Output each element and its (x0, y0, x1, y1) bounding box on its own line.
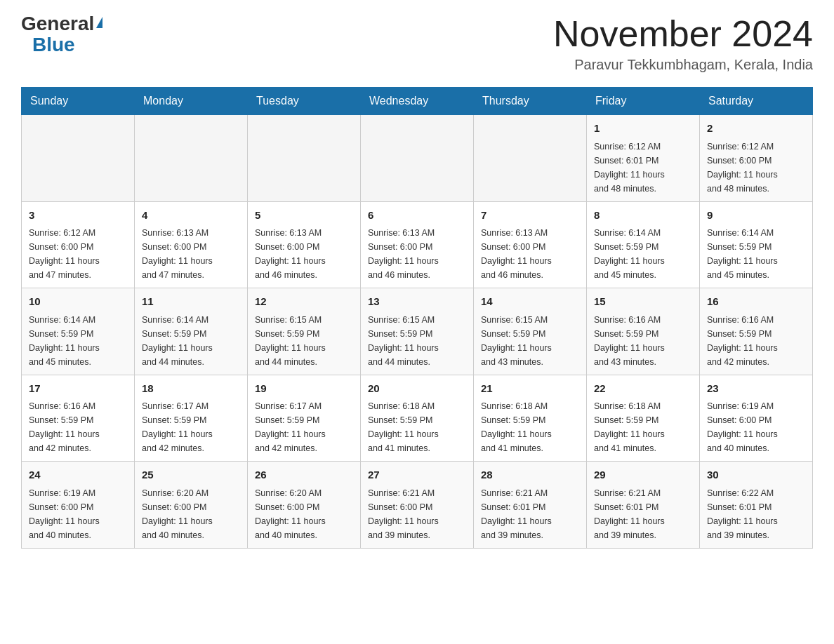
day-info: Daylight: 11 hours (142, 427, 240, 441)
day-number: 12 (255, 294, 353, 310)
day-info: Sunrise: 6:17 AM (255, 399, 353, 413)
calendar-week-2: 3Sunrise: 6:12 AMSunset: 6:00 PMDaylight… (22, 201, 813, 288)
calendar-cell (474, 115, 587, 202)
day-info: and 47 minutes. (29, 268, 127, 282)
calendar-cell: 8Sunrise: 6:14 AMSunset: 5:59 PMDaylight… (587, 201, 700, 288)
day-info: Sunrise: 6:14 AM (594, 226, 692, 240)
day-info: Daylight: 11 hours (142, 514, 240, 528)
day-info: Sunset: 6:00 PM (368, 240, 466, 254)
calendar-cell (361, 115, 474, 202)
day-number: 27 (368, 467, 466, 483)
calendar-cell: 2Sunrise: 6:12 AMSunset: 6:00 PMDaylight… (700, 115, 813, 202)
calendar-cell: 17Sunrise: 6:16 AMSunset: 5:59 PMDayligh… (22, 375, 135, 462)
calendar-cell: 27Sunrise: 6:21 AMSunset: 6:00 PMDayligh… (361, 462, 474, 549)
logo-general-text: General (21, 14, 94, 34)
day-info: Sunset: 6:00 PM (142, 500, 240, 514)
day-info: and 42 minutes. (142, 441, 240, 455)
calendar-cell: 15Sunrise: 6:16 AMSunset: 5:59 PMDayligh… (587, 288, 700, 375)
day-info: and 42 minutes. (255, 441, 353, 455)
day-info: Sunset: 6:01 PM (481, 500, 579, 514)
day-info: and 46 minutes. (368, 268, 466, 282)
calendar-header-row: Sunday Monday Tuesday Wednesday Thursday… (22, 88, 813, 115)
day-number: 4 (142, 208, 240, 224)
day-info: Sunrise: 6:15 AM (255, 313, 353, 327)
day-info: Sunrise: 6:15 AM (481, 313, 579, 327)
calendar-cell: 29Sunrise: 6:21 AMSunset: 6:01 PMDayligh… (587, 462, 700, 549)
day-number: 15 (594, 294, 692, 310)
day-info: Sunset: 5:59 PM (481, 413, 579, 427)
day-info: Sunset: 5:59 PM (142, 327, 240, 341)
calendar-cell: 14Sunrise: 6:15 AMSunset: 5:59 PMDayligh… (474, 288, 587, 375)
day-info: and 43 minutes. (481, 355, 579, 369)
day-info: Daylight: 11 hours (594, 514, 692, 528)
day-info: Sunset: 5:59 PM (594, 327, 692, 341)
day-info: and 42 minutes. (707, 355, 805, 369)
day-number: 13 (368, 294, 466, 310)
day-info: Sunset: 6:00 PM (707, 413, 805, 427)
day-info: Sunrise: 6:13 AM (142, 226, 240, 240)
day-info: and 46 minutes. (481, 268, 579, 282)
calendar-cell (135, 115, 248, 202)
location-title: Paravur Tekkumbhagam, Kerala, India (553, 57, 813, 73)
day-info: Sunrise: 6:15 AM (368, 313, 466, 327)
calendar-week-1: 1Sunrise: 6:12 AMSunset: 6:01 PMDaylight… (22, 115, 813, 202)
day-info: and 42 minutes. (29, 441, 127, 455)
day-number: 8 (594, 208, 692, 224)
day-number: 29 (594, 467, 692, 483)
calendar-cell: 5Sunrise: 6:13 AMSunset: 6:00 PMDaylight… (248, 201, 361, 288)
day-number: 26 (255, 467, 353, 483)
day-info: and 40 minutes. (707, 441, 805, 455)
day-info: Sunrise: 6:18 AM (594, 399, 692, 413)
col-sunday: Sunday (22, 88, 135, 115)
day-info: Daylight: 11 hours (481, 254, 579, 268)
calendar-cell: 7Sunrise: 6:13 AMSunset: 6:00 PMDaylight… (474, 201, 587, 288)
day-info: Sunrise: 6:13 AM (368, 226, 466, 240)
day-info: Daylight: 11 hours (29, 427, 127, 441)
logo-triangle-icon (96, 17, 102, 28)
day-info: Sunrise: 6:21 AM (368, 486, 466, 500)
title-area: November 2024 Paravur Tekkumbhagam, Kera… (553, 14, 813, 73)
day-info: Daylight: 11 hours (481, 427, 579, 441)
day-number: 30 (707, 467, 805, 483)
calendar-cell (22, 115, 135, 202)
day-number: 9 (707, 208, 805, 224)
day-info: and 39 minutes. (368, 528, 466, 542)
day-info: Sunset: 5:59 PM (255, 413, 353, 427)
day-info: and 45 minutes. (29, 355, 127, 369)
day-number: 23 (707, 381, 805, 397)
calendar-table: Sunday Monday Tuesday Wednesday Thursday… (21, 87, 813, 549)
day-info: Sunrise: 6:12 AM (594, 140, 692, 154)
col-saturday: Saturday (700, 88, 813, 115)
day-number: 7 (481, 208, 579, 224)
day-number: 10 (29, 294, 127, 310)
day-info: Sunset: 6:00 PM (481, 240, 579, 254)
day-info: Sunset: 5:59 PM (255, 327, 353, 341)
calendar-cell: 24Sunrise: 6:19 AMSunset: 6:00 PMDayligh… (22, 462, 135, 549)
day-info: Sunrise: 6:12 AM (29, 226, 127, 240)
calendar-week-4: 17Sunrise: 6:16 AMSunset: 5:59 PMDayligh… (22, 375, 813, 462)
day-info: Sunset: 5:59 PM (707, 240, 805, 254)
day-number: 19 (255, 381, 353, 397)
day-number: 3 (29, 208, 127, 224)
day-info: and 41 minutes. (594, 441, 692, 455)
col-monday: Monday (135, 88, 248, 115)
day-info: Sunset: 6:00 PM (29, 500, 127, 514)
day-info: and 43 minutes. (594, 355, 692, 369)
day-info: and 39 minutes. (594, 528, 692, 542)
day-info: Sunrise: 6:16 AM (594, 313, 692, 327)
calendar-cell: 3Sunrise: 6:12 AMSunset: 6:00 PMDaylight… (22, 201, 135, 288)
day-info: and 46 minutes. (255, 268, 353, 282)
day-info: and 45 minutes. (594, 268, 692, 282)
day-info: Daylight: 11 hours (594, 427, 692, 441)
day-info: Daylight: 11 hours (481, 514, 579, 528)
day-info: Daylight: 11 hours (255, 427, 353, 441)
day-info: Sunrise: 6:22 AM (707, 486, 805, 500)
day-info: Sunset: 6:00 PM (255, 500, 353, 514)
day-number: 11 (142, 294, 240, 310)
day-number: 20 (368, 381, 466, 397)
day-info: Daylight: 11 hours (707, 168, 805, 182)
day-info: Daylight: 11 hours (142, 341, 240, 355)
day-number: 18 (142, 381, 240, 397)
day-info: Sunset: 5:59 PM (29, 413, 127, 427)
day-info: Daylight: 11 hours (368, 254, 466, 268)
